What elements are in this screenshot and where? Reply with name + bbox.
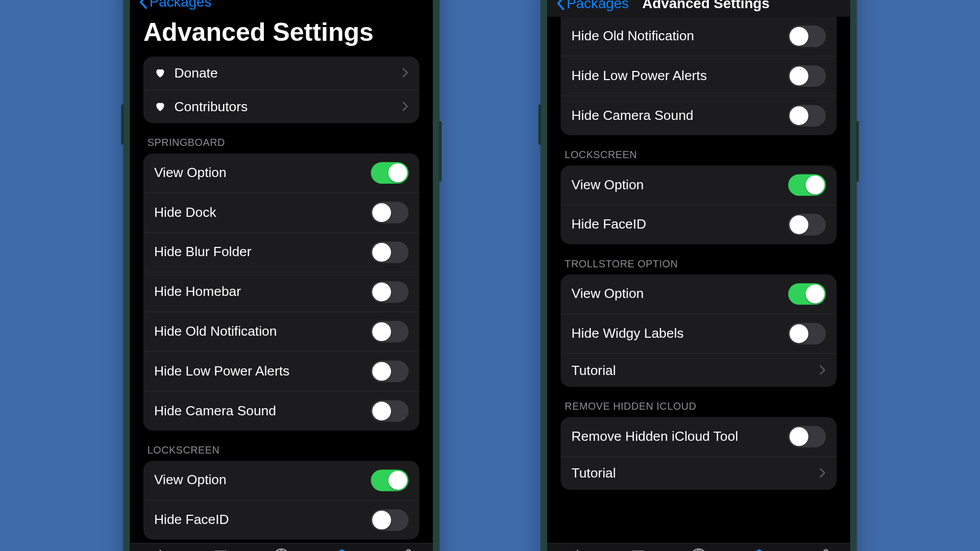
tab-file-manager[interactable]: File Manager <box>790 547 850 551</box>
section-header: REMOVE HIDDEN ICLOUD <box>565 400 832 411</box>
globe-icon <box>273 547 290 551</box>
content: Hide Old NotificationHide Low Power Aler… <box>547 16 850 542</box>
view-option-toggle[interactable] <box>371 162 409 183</box>
ls-view-option-row: View Option <box>143 461 420 499</box>
phone-right: 1:56 Packages Advanced Settings Hi <box>541 0 857 551</box>
ls-view-option-label: View Option <box>572 177 780 192</box>
back-button[interactable]: Packages <box>138 0 211 10</box>
ts-view-option-toggle[interactable] <box>788 283 826 305</box>
back-label: Packages <box>567 0 629 11</box>
hide-faceid-row: Hide FaceID <box>143 499 420 539</box>
hide-dock-toggle[interactable] <box>371 202 409 223</box>
hide-dock-label: Hide Dock <box>154 205 363 220</box>
hide-blur-folder-toggle[interactable] <box>371 241 409 263</box>
springboard-group-tail: Hide Old NotificationHide Low Power Aler… <box>560 16 837 135</box>
ts-view-option-label: View Option <box>572 286 780 301</box>
hide-old-notif-toggle[interactable] <box>788 25 826 46</box>
hide-homebar-label: Hide Homebar <box>154 284 363 299</box>
section-header: LOCKSCREEN <box>148 444 415 455</box>
contributors-label: Contributors <box>175 98 394 114</box>
star-icon <box>569 547 586 551</box>
back-label: Packages <box>150 0 212 10</box>
hide-low-power-row: Hide Low Power Alerts <box>560 56 837 95</box>
hide-widgy-labels-label: Hide Widgy Labels <box>572 325 780 341</box>
tab-featured[interactable]: Featured <box>130 547 191 551</box>
tab-news[interactable]: NEWs <box>190 547 251 551</box>
news-icon <box>629 547 647 551</box>
hide-old-notif-toggle[interactable] <box>371 320 409 342</box>
tab-packages[interactable]: Packages <box>729 547 790 551</box>
icloud-tutorial-label: Tutorial <box>572 465 811 481</box>
hide-faceid-toggle[interactable] <box>371 509 409 531</box>
settings-group: Remove Hidden iCloud ToolTutorial <box>560 417 837 489</box>
section-header: LOCKSCREEN <box>565 148 832 160</box>
donate-row[interactable]: Donate <box>143 56 420 89</box>
chevron-left-icon <box>555 0 566 10</box>
folder-icon <box>393 547 412 551</box>
star-icon <box>152 547 169 551</box>
ls-view-option-toggle[interactable] <box>371 469 409 491</box>
tab-featured[interactable]: Featured <box>547 547 608 551</box>
section-header: SPRINGBOARD <box>148 136 415 147</box>
ls-view-option-toggle[interactable] <box>788 174 826 195</box>
tab-bar: FeaturedNEWsSourcesPackagesFile Manager <box>130 543 433 551</box>
chevron-left-icon <box>138 0 148 9</box>
tab-news[interactable]: NEWs <box>608 547 669 551</box>
hide-camera-sound-label: Hide Camera Sound <box>572 108 780 123</box>
chevron-right-icon <box>402 67 408 78</box>
hide-camera-sound-row: Hide Camera Sound <box>560 95 837 135</box>
hide-low-power-row: Hide Low Power Alerts <box>143 351 420 391</box>
screen: 1:56 Packages Advanced Settings Hi <box>547 0 850 551</box>
hide-old-notif-row: Hide Old Notification <box>143 311 420 351</box>
ts-view-option-row: View Option <box>560 274 837 313</box>
section-header: TROLLSTORE OPTION <box>565 257 832 268</box>
remove-hidden-icloud-row: Remove Hidden iCloud Tool <box>560 417 837 456</box>
tutorial-label: Tutorial <box>572 362 811 378</box>
hide-old-notif-label: Hide Old Notification <box>572 28 780 43</box>
donate-label: Donate <box>175 65 394 80</box>
view-option-row: View Option <box>143 153 420 192</box>
content: DonateContributors SPRINGBOARDView Optio… <box>130 56 433 542</box>
hide-blur-folder-row: Hide Blur Folder <box>143 232 420 271</box>
hide-low-power-toggle[interactable] <box>788 65 826 86</box>
icloud-tutorial-row[interactable]: Tutorial <box>560 456 837 489</box>
hide-blur-folder-label: Hide Blur Folder <box>154 244 363 260</box>
heart-icon <box>154 101 166 112</box>
nav-bar: Packages <box>130 0 433 12</box>
tab-sources[interactable]: Sources <box>668 547 729 551</box>
chevron-right-icon <box>402 101 408 112</box>
ls-view-option-label: View Option <box>154 472 363 488</box>
back-button[interactable]: Packages <box>555 0 629 11</box>
tutorial-row[interactable]: Tutorial <box>560 353 837 387</box>
hide-dock-row: Hide Dock <box>143 192 420 232</box>
ls-view-option-row: View Option <box>560 165 837 204</box>
hide-homebar-toggle[interactable] <box>371 281 409 303</box>
hide-widgy-labels-row: Hide Widgy Labels <box>560 313 837 353</box>
package-icon <box>333 547 351 551</box>
top-group: DonateContributors <box>143 56 420 123</box>
tab-file-manager[interactable]: File Manager <box>372 547 433 551</box>
page-title: Advanced Settings <box>130 12 433 56</box>
remove-hidden-icloud-toggle[interactable] <box>788 425 826 447</box>
settings-group: View OptionHide FaceID <box>143 461 420 539</box>
hide-low-power-label: Hide Low Power Alerts <box>154 363 363 379</box>
hide-faceid-label: Hide FaceID <box>154 512 363 528</box>
chevron-right-icon <box>819 467 826 478</box>
phone-left: 1:56 Packages Advanced Settings Don <box>123 0 439 551</box>
nav-bar: Packages Advanced Settings <box>547 0 850 16</box>
contributors-row[interactable]: Contributors <box>143 89 420 123</box>
hide-camera-sound-toggle[interactable] <box>788 105 826 126</box>
settings-group: View OptionHide DockHide Blur FolderHide… <box>143 153 420 430</box>
hide-faceid-toggle[interactable] <box>788 214 826 235</box>
tab-bar: FeaturedNEWsSourcesPackagesFile Manager <box>547 543 850 551</box>
package-icon <box>750 547 768 551</box>
hide-low-power-label: Hide Low Power Alerts <box>572 68 780 83</box>
hide-widgy-labels-toggle[interactable] <box>788 322 826 344</box>
hide-faceid-row: Hide FaceID <box>560 204 837 244</box>
hide-camera-sound-row: Hide Camera Sound <box>143 390 420 430</box>
hide-camera-sound-toggle[interactable] <box>371 400 409 421</box>
globe-icon <box>690 547 707 551</box>
tab-packages[interactable]: Packages <box>312 547 373 551</box>
tab-sources[interactable]: Sources <box>251 547 312 551</box>
hide-low-power-toggle[interactable] <box>371 360 409 382</box>
